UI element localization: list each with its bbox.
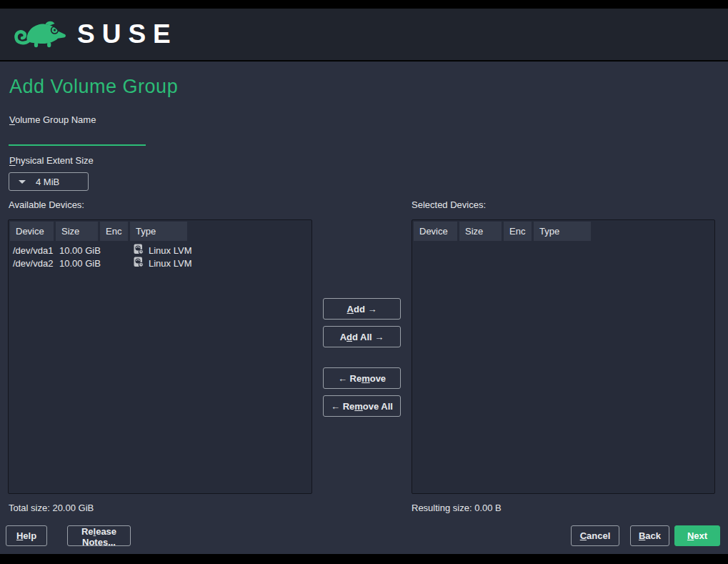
column-header-size[interactable]: Size — [56, 222, 98, 241]
type-cell: Linux LVM — [134, 257, 191, 269]
column-header-type[interactable]: Type — [130, 222, 187, 241]
selected-devices-label: Selected Devices: — [412, 199, 486, 210]
total-size-text: Total size: 20.00 GiB — [9, 503, 94, 513]
size-cell: 10.00 GiB — [59, 245, 104, 256]
physical-extent-size-label: Physical Extent Size — [9, 155, 94, 166]
volume-group-name-label: Volume Group Name — [9, 114, 96, 125]
back-button[interactable]: Back — [630, 525, 669, 546]
selected-devices-table[interactable]: Device Size Enc Type — [412, 219, 715, 494]
lvm-partition-icon — [134, 244, 144, 257]
chevron-down-icon — [19, 180, 26, 184]
column-header-enc[interactable]: Enc — [100, 222, 128, 241]
type-label: Linux LVM — [149, 258, 191, 269]
volume-group-name-input[interactable] — [9, 129, 146, 146]
column-header-device[interactable]: Device — [10, 222, 54, 241]
selected-devices-header: Device Size Enc Type — [414, 222, 713, 241]
installer-window: SUSE Add Volume Group Volume Group Name … — [0, 0, 728, 564]
page-title: Add Volume Group — [9, 76, 178, 98]
suse-logo: SUSE — [13, 16, 178, 53]
column-header-enc[interactable]: Enc — [504, 222, 532, 241]
size-cell: 10.00 GiB — [59, 258, 104, 269]
available-devices-table[interactable]: Device Size Enc Type /dev/vda1 10.00 GiB — [8, 219, 312, 494]
column-header-type[interactable]: Type — [534, 222, 591, 241]
physical-extent-size-value: 4 MiB — [36, 177, 59, 187]
available-devices-header: Device Size Enc Type — [10, 222, 310, 241]
remove-all-button[interactable]: ← Remove All — [323, 395, 401, 417]
release-notes-button[interactable]: Release Notes... — [67, 525, 131, 546]
suse-chameleon-icon — [13, 16, 69, 53]
column-header-size[interactable]: Size — [459, 222, 502, 241]
cancel-button[interactable]: Cancel — [571, 525, 619, 546]
lvm-partition-icon — [134, 257, 144, 269]
help-button[interactable]: Help — [6, 525, 47, 546]
add-button[interactable]: Add → — [323, 298, 401, 320]
available-devices-rows: /dev/vda1 10.00 GiB — [9, 244, 311, 269]
top-brand-bar: SUSE — [0, 9, 728, 61]
table-row[interactable]: /dev/vda2 10.00 GiB — [9, 257, 311, 269]
device-cell: /dev/vda2 — [13, 258, 59, 269]
suse-wordmark: SUSE — [77, 19, 178, 49]
column-header-device[interactable]: Device — [414, 222, 457, 241]
type-label: Linux LVM — [149, 245, 191, 256]
type-cell: Linux LVM — [134, 244, 191, 257]
dialog-content: Add Volume Group Volume Group Name Physi… — [0, 61, 728, 554]
add-all-button[interactable]: Add All → — [323, 326, 401, 347]
available-devices-label: Available Devices: — [9, 199, 84, 210]
remove-button[interactable]: ← Remove — [323, 367, 401, 389]
table-row[interactable]: /dev/vda1 10.00 GiB — [9, 244, 311, 257]
resulting-size-text: Resulting size: 0.00 B — [412, 503, 502, 513]
device-cell: /dev/vda1 — [13, 245, 59, 256]
next-button[interactable]: Next — [674, 525, 720, 546]
physical-extent-size-select[interactable]: 4 MiB — [9, 172, 89, 191]
